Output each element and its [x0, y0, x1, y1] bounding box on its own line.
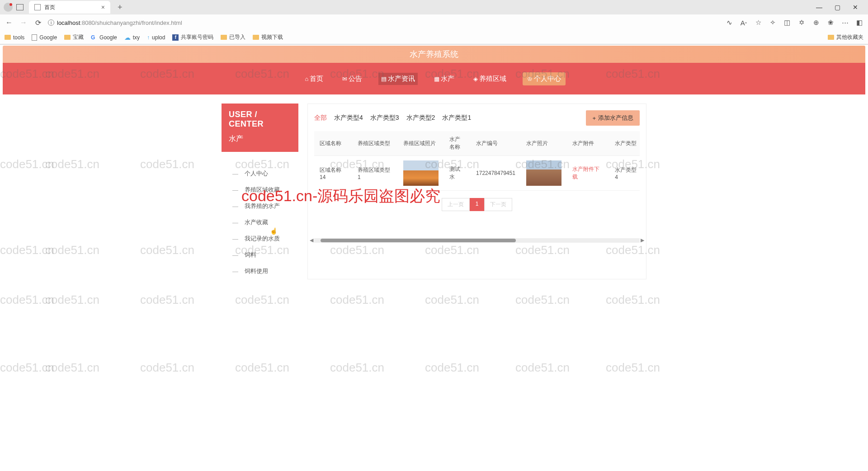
main-nav: ⌂首页 ✉公告 ▤水产资讯 ▦水产 ◈养殖区域 ♔个人中心 — [3, 63, 865, 94]
sidebar-subtitle: 水产 — [229, 134, 291, 144]
watermark-text: code51.cn — [140, 293, 194, 307]
area-image[interactable] — [403, 160, 439, 186]
filter-type2[interactable]: 水产类型2 — [406, 114, 435, 122]
cell-aqua-photo — [521, 156, 567, 191]
cell-area-name: 区域名称14 — [314, 156, 352, 191]
scroll-left-icon[interactable]: ◀ — [310, 237, 313, 243]
filter-type4[interactable]: 水产类型4 — [334, 114, 363, 122]
col-area-type: 养殖区域类型 — [352, 131, 398, 156]
menu-icon[interactable]: ⋯ — [841, 19, 849, 27]
pagination: 上一页 1 下一页 — [314, 198, 640, 211]
sidebar-title: USER / CENTER — [229, 110, 291, 129]
watermark-text: code51.cn — [330, 361, 384, 375]
bookmark-google2[interactable]: GGoogle — [91, 34, 117, 41]
watermark-text: code51.cn — [140, 361, 194, 375]
page-icon — [34, 4, 41, 10]
cell-attach: 水产附件下载 — [567, 156, 609, 191]
add-aqua-button[interactable]: +添加水产信息 — [586, 110, 640, 126]
next-page-button[interactable]: 下一页 — [484, 198, 512, 211]
filter-all[interactable]: 全部 — [314, 114, 327, 122]
sidebar-icon[interactable]: ◧ — [855, 19, 863, 27]
bookmark-txy[interactable]: ☁txy — [124, 34, 140, 41]
browser-tab[interactable]: 首页 × — [29, 1, 110, 14]
ext2-icon[interactable]: ❀ — [826, 19, 835, 27]
text-size-icon[interactable]: A» — [740, 19, 748, 27]
watermark-text: code51.cn — [425, 361, 479, 375]
favorite-icon[interactable]: ☆ — [754, 19, 762, 27]
nav-aqua[interactable]: ▦水产 — [431, 73, 457, 85]
aqua-image[interactable] — [526, 160, 561, 186]
address-bar: ← → ⟳ i localhost:8080/shuichanyangzhi/f… — [0, 14, 868, 31]
tab-overview-icon[interactable] — [16, 4, 24, 10]
watermark-text: code51.cn — [515, 293, 570, 307]
nav-notice[interactable]: ✉公告 — [340, 73, 365, 85]
filter-type1[interactable]: 水产类型1 — [442, 114, 471, 122]
watermark-text: code51.cn — [606, 293, 660, 307]
tab-close-icon[interactable]: × — [101, 4, 105, 11]
back-icon[interactable]: ← — [5, 19, 14, 27]
profile-avatar[interactable] — [4, 3, 13, 12]
page-content: 水产养殖系统 ⌂首页 ✉公告 ▤水产资讯 ▦水产 ◈养殖区域 ♔个人中心 USE… — [0, 46, 868, 288]
table-scroll[interactable]: 区域名称 养殖区域类型 养殖区域照片 水产名称 水产编号 水产照片 水产附件 水… — [314, 131, 640, 191]
menu-aqua-fav[interactable]: —水产收藏 — [222, 214, 298, 231]
notice-icon: ✉ — [342, 75, 347, 82]
read-aloud-icon[interactable]: ∿ — [725, 19, 733, 27]
menu-water-record[interactable]: —我记录的水质 — [222, 231, 298, 247]
nav-area[interactable]: ◈养殖区域 — [471, 73, 509, 85]
menu-feed[interactable]: —饲料 — [222, 247, 298, 263]
page-1-button[interactable]: 1 — [470, 198, 485, 211]
watermark-text: code51.cn — [330, 293, 384, 307]
bookmark-baozang[interactable]: 宝藏 — [64, 33, 84, 41]
banner-title: 水产养殖系统 — [410, 49, 458, 60]
col-aqua-photo: 水产照片 — [521, 131, 567, 156]
col-aqua-code: 水产编号 — [471, 131, 521, 156]
tab-title: 首页 — [44, 4, 98, 11]
new-tab-button[interactable]: + — [118, 3, 123, 12]
watermark-text: code51.cn — [425, 293, 479, 307]
extensions-icon[interactable]: ✧ — [769, 19, 777, 27]
cell-area-type: 养殖区域类型1 — [352, 156, 398, 191]
menu-user-center[interactable]: —个人中心 — [222, 165, 298, 182]
aqua-table: 区域名称 养殖区域类型 养殖区域照片 水产名称 水产编号 水产照片 水产附件 水… — [314, 131, 640, 191]
url-input[interactable]: i localhost:8080/shuichanyangzhi/front/i… — [48, 19, 720, 26]
menu-my-aqua[interactable]: —我养殖的水产 — [222, 198, 298, 214]
menu-area-fav[interactable]: —养殖区域收藏 — [222, 182, 298, 198]
bookmark-share[interactable]: f共享账号密码 — [172, 33, 213, 41]
watermark-text: code51.cn — [235, 293, 289, 307]
minimize-icon[interactable]: — — [815, 4, 824, 11]
bookmark-uplod[interactable]: ↑uplod — [147, 34, 165, 41]
bookmark-import[interactable]: 已导入 — [221, 33, 245, 41]
bookmark-video[interactable]: 视频下载 — [253, 33, 283, 41]
nav-home[interactable]: ⌂首页 — [302, 73, 326, 85]
collections-icon[interactable]: ✡ — [797, 19, 806, 27]
menu-feed-use[interactable]: —饲料使用 — [222, 263, 298, 279]
downloads-icon[interactable]: ⊕ — [812, 19, 820, 27]
scroll-right-icon[interactable]: ▶ — [641, 237, 644, 243]
close-window-icon[interactable]: ✕ — [851, 4, 860, 11]
site-info-icon[interactable]: i — [48, 19, 54, 26]
main-panel: 全部 水产类型4 水产类型3 水产类型2 水产类型1 +添加水产信息 区域名称 … — [307, 104, 646, 279]
sidebar: USER / CENTER 水产 —个人中心 —养殖区域收藏 —我养殖的水产 —… — [222, 104, 298, 279]
home-icon: ⌂ — [305, 75, 309, 82]
bookmark-tools[interactable]: tools — [5, 34, 24, 41]
watermark-text: code51.cn — [0, 293, 54, 307]
maximize-icon[interactable]: ▢ — [833, 4, 842, 11]
scrollbar-thumb[interactable] — [321, 239, 516, 242]
watermark-text: code51.cn — [515, 361, 570, 375]
nav-user-center[interactable]: ♔个人中心 — [523, 72, 566, 85]
filter-type3[interactable]: 水产类型3 — [370, 114, 399, 122]
horizontal-scrollbar[interactable]: ◀ ▶ — [314, 238, 640, 243]
refresh-icon[interactable]: ⟳ — [33, 19, 42, 27]
cursor-pointer-icon: ☝ — [270, 227, 278, 235]
bookmark-other[interactable]: 其他收藏夹 — [828, 33, 863, 41]
prev-page-button[interactable]: 上一页 — [442, 198, 470, 211]
split-icon[interactable]: ◫ — [783, 19, 791, 27]
table-row[interactable]: 区域名称14 养殖区域类型1 测试水 1722478479451 水产附件下载 … — [314, 156, 640, 191]
cell-aqua-code: 1722478479451 — [471, 156, 521, 191]
area-icon: ◈ — [473, 75, 478, 82]
title-bar: 首页 × + — ▢ ✕ — [0, 0, 868, 14]
nav-news[interactable]: ▤水产资讯 — [378, 73, 418, 85]
col-aqua-name: 水产名称 — [444, 131, 471, 156]
bookmark-google[interactable]: Google — [32, 34, 57, 41]
attach-link[interactable]: 水产附件下载 — [572, 166, 599, 180]
